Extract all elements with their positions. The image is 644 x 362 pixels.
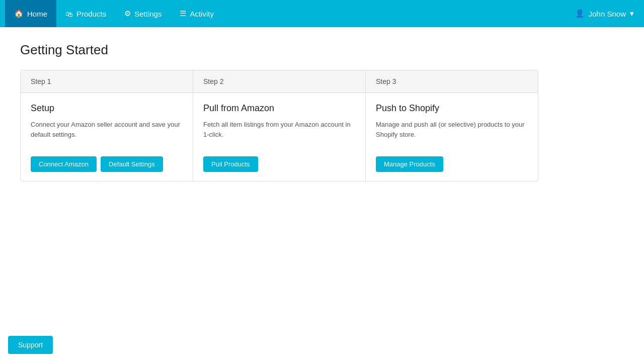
activity-icon: ☰ bbox=[180, 9, 186, 18]
step-body-3: Push to Shopify Manage and push all (or … bbox=[366, 93, 538, 149]
step-col-3: Step 3 Push to Shopify Manage and push a… bbox=[366, 70, 538, 181]
nav-label-home: Home bbox=[27, 10, 47, 18]
navbar-user[interactable]: 👤 John Snow ▾ bbox=[570, 9, 639, 18]
step-desc-3: Manage and push all (or selective) produ… bbox=[376, 120, 528, 139]
user-icon: 👤 bbox=[575, 9, 585, 18]
step-header-3: Step 3 bbox=[366, 70, 538, 93]
step-title-2: Pull from Amazon bbox=[203, 103, 355, 114]
nav-label-products: Products bbox=[76, 10, 106, 18]
step-desc-1: Connect your Amazon seller account and s… bbox=[31, 120, 183, 139]
step-title-3: Push to Shopify bbox=[376, 103, 528, 114]
default-settings-button[interactable]: Default Settings bbox=[101, 156, 163, 172]
step-header-1: Step 1 bbox=[21, 70, 193, 93]
step-col-1: Step 1 Setup Connect your Amazon seller … bbox=[21, 70, 193, 181]
step-actions-3: Manage Products bbox=[366, 149, 538, 181]
products-icon: 🛍 bbox=[65, 10, 73, 18]
chevron-down-icon: ▾ bbox=[630, 9, 634, 18]
home-icon: 🏠 bbox=[14, 9, 24, 18]
nav-label-activity: Activity bbox=[190, 10, 214, 18]
page-title: Getting Started bbox=[20, 42, 624, 58]
navbar-left: 🏠 Home 🛍 Products ⚙ Settings ☰ Activity bbox=[5, 0, 223, 27]
step-body-2: Pull from Amazon Fetch all item listings… bbox=[193, 93, 365, 149]
step-desc-2: Fetch all item listings from your Amazon… bbox=[203, 120, 355, 139]
nav-item-home[interactable]: 🏠 Home bbox=[5, 0, 56, 27]
nav-item-activity[interactable]: ☰ Activity bbox=[171, 0, 223, 27]
nav-item-products[interactable]: 🛍 Products bbox=[56, 0, 115, 27]
step-col-2: Step 2 Pull from Amazon Fetch all item l… bbox=[193, 70, 366, 181]
step-actions-2: Pull Products bbox=[193, 149, 365, 181]
manage-products-button[interactable]: Manage Products bbox=[376, 156, 443, 172]
step-header-2: Step 2 bbox=[193, 70, 365, 93]
step-title-1: Setup bbox=[31, 103, 183, 114]
connect-amazon-button[interactable]: Connect Amazon bbox=[31, 156, 97, 172]
main-content: Getting Started Step 1 Setup Connect you… bbox=[0, 27, 644, 197]
user-label: John Snow bbox=[589, 10, 626, 18]
nav-label-settings: Settings bbox=[134, 10, 162, 18]
nav-item-settings[interactable]: ⚙ Settings bbox=[115, 0, 171, 27]
step-actions-1: Connect Amazon Default Settings bbox=[21, 149, 193, 181]
navbar: 🏠 Home 🛍 Products ⚙ Settings ☰ Activity … bbox=[0, 0, 644, 27]
settings-icon: ⚙ bbox=[124, 9, 131, 18]
steps-table: Step 1 Setup Connect your Amazon seller … bbox=[20, 70, 538, 182]
support-button[interactable]: Support bbox=[8, 336, 53, 354]
pull-products-button[interactable]: Pull Products bbox=[203, 156, 258, 172]
step-body-1: Setup Connect your Amazon seller account… bbox=[21, 93, 193, 149]
